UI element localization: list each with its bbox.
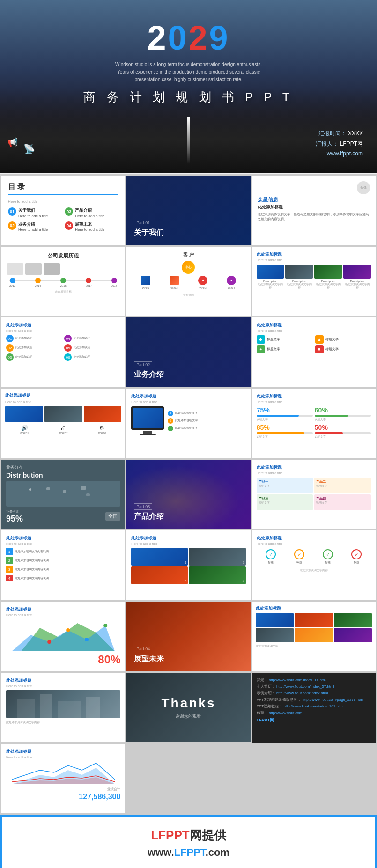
step-list-slide: 此处添加标题 Here to add a title 1 此处添加说明文字内容说… (1, 530, 125, 600)
check-4: ✓ 标题 (351, 549, 362, 565)
desc-col-1: Description 此处添加说明文字内容 (257, 265, 284, 290)
thanks-sub: 谢谢您的观看 (176, 714, 201, 720)
stat-num-2: 60% (315, 406, 371, 414)
stat-num-4: 50% (315, 424, 371, 431)
product-box-3: 产品三 说明文字 (257, 494, 313, 510)
step-1: 1 此处添加说明文字内容说明 (6, 548, 120, 555)
mountain-80-slide: 此处添加标题 Here to add a title 80% (1, 602, 125, 671)
icon-orange: ▲ 标题文字 (315, 335, 371, 344)
part-label-2: Part 02 (134, 361, 152, 368)
stat-num-3: 85% (257, 424, 313, 431)
four-img-collage: 此处添加标题 Here to add a title 1 2 3 4 (126, 530, 250, 600)
toc-grid: 01 关于我们Here to add a title 03 产品介绍Here t… (8, 207, 118, 233)
lfppt-url: www.LFPPT.com (148, 846, 229, 859)
stats-title: 此处添加标题 (257, 393, 371, 399)
report-person: 汇报人： LFPPT网 (316, 139, 363, 149)
timeline-footer: 未来展望目标 (7, 290, 119, 294)
desc-col-2: Description 此处添加说明文字内容 (285, 265, 313, 290)
c-img-1 (256, 613, 294, 627)
toc-item-1: 01 关于我们Here to add a title (8, 207, 62, 219)
icons-title: 此处添加标题 (257, 322, 371, 328)
timeline-slide: 公司发展历程 2012 2014 2016 (1, 247, 125, 316)
thanks-slide: Thanks 谢谢您的观看 (126, 673, 250, 743)
six-item-title: 此处添加标题 (6, 322, 120, 328)
cover-title-cn: 商 务 计 划 规 划 书 P P T (83, 89, 293, 105)
link-item-6: 传至： http://www.flout.com (257, 710, 371, 715)
check-circles-slide: 此处添加标题 Here to add a title ✓ 标题 ✓ 标题 ✓ 标… (252, 530, 376, 600)
icon-red: ■ 标题文字 (315, 345, 371, 353)
distrib-title: Distribution (6, 471, 120, 479)
link-item-5: PPT视频教程： http://www.flout.com/index_181.… (257, 704, 371, 709)
distrib-label: 业务分布 (6, 464, 120, 471)
item-06: 06 此处添加说明 (64, 353, 120, 361)
org-branch-4: ● 选项4 (227, 276, 236, 290)
thumb-2 (44, 406, 82, 422)
check-3: ✓ 标题 (323, 549, 333, 565)
report-time: 汇报时间： XXXX (316, 129, 363, 139)
check-1: ✓ 标题 (266, 549, 276, 565)
monitor-list-1: 1 此处添加说明文字 (168, 411, 245, 416)
org-branch-1: 选项1 (141, 276, 150, 290)
step-3: 3 此处添加说明文字内容说明 (6, 566, 120, 573)
collage-title: 此处添加标题 (256, 605, 372, 611)
part-title-3: 产品介绍 (134, 512, 164, 522)
add-title-a-slide: 此处添加标题 Here to add a title 此处添加具体说明文字内容 (1, 673, 125, 743)
cover-year: 2029 (147, 19, 229, 57)
svg-point-3 (66, 628, 70, 632)
percent-80: 80% (98, 653, 120, 666)
stat-num-1: 75% (257, 406, 313, 414)
link-item-1: 背景： http://www.flout.com/index_14.html (257, 677, 371, 683)
icon-settings: ⚙ 按钮03 (98, 425, 107, 435)
timeline-node-3: 2016 (60, 278, 66, 287)
svg-marker-1 (12, 625, 115, 651)
number-stat-slide: 此处添加标题 Here to add a title 业绩合计 127,586,… (1, 744, 125, 814)
org-center: 中心 (182, 261, 195, 274)
toc-title: 目 录 (8, 182, 118, 195)
icon-teal: ◆ 标题文字 (257, 335, 312, 344)
monitor-title: 此处添加标题 (131, 393, 245, 399)
product-title: 此处添加标题 (257, 464, 371, 471)
org-branch-2: 选项2 (170, 276, 179, 290)
stat-mountain-svg (6, 761, 120, 784)
add-body-a: 此处添加具体说明文字内容 (6, 721, 120, 724)
thanks-title: Thanks (161, 696, 215, 711)
svg-point-4 (85, 638, 89, 641)
future-part-slide: Part 04 展望未来 (126, 602, 250, 671)
info-body: 此处添加具体说明文字，描述与之相关的内容说明，添加具体说明文字描述与之相关的内容… (258, 212, 370, 221)
monitor-frame (131, 406, 164, 430)
product-box-1: 产品一 说明文字 (257, 478, 313, 493)
item-04: 04 此处添加说明 (64, 335, 120, 342)
add-title-a: 此处添加标题 (6, 677, 120, 684)
item-05: 05 此处添加说明 (64, 344, 120, 352)
monitor-list-2: 2 此处添加说明文字 (168, 418, 245, 424)
toc-item-2: 03 产品介绍Here to add a title (65, 207, 118, 219)
timeline-node-4: 2017 (86, 278, 92, 287)
check-title: 此处添加标题 (257, 535, 371, 541)
timeline-img-3 (44, 263, 60, 275)
icon-green: ● 标题文字 (257, 345, 312, 353)
part-title-2: 业务介绍 (134, 370, 164, 380)
satellite-icon: 📡 (23, 143, 35, 154)
c-img-2 (295, 613, 333, 627)
timeline-img-1 (7, 263, 23, 275)
product-box-4: 产品四 说明文字 (314, 494, 371, 510)
monitor-slide: 此处添加标题 Here to add a title 1 此处添加说明文字 2 … (126, 389, 250, 458)
part-title-4: 展望未来 (134, 654, 164, 664)
svg-point-5 (103, 624, 107, 627)
stats-bars-slide: 此处添加标题 Here to add a title 75% 说明文字 60% … (252, 389, 376, 458)
toc-item-4: 04 展望未来Here to add a title (65, 221, 118, 233)
svg-point-2 (47, 640, 51, 644)
distrib-badge: 全国 (105, 512, 120, 521)
c-img-6 (334, 628, 372, 642)
thumbs-icons-slide: 此处添加标题 Here to add a title 🔊 按钮01 🖨 按钮02… (1, 389, 125, 458)
photo-collage-slide: 此处添加标题 此处添加说明文字 (252, 602, 376, 671)
timeline-img-2 (25, 263, 42, 275)
c-img-4 (256, 628, 294, 642)
distrib-sublabel: 业务占比 (6, 509, 23, 514)
building-img (6, 690, 120, 718)
cover-website: www.lfppt.com (316, 149, 363, 159)
four-img-title: 此处添加标题 (131, 535, 245, 541)
step-4: 4 此处添加说明文字内容说明 (6, 575, 120, 581)
distrib-percent: 95% (6, 514, 23, 524)
bar-3 (257, 432, 304, 434)
